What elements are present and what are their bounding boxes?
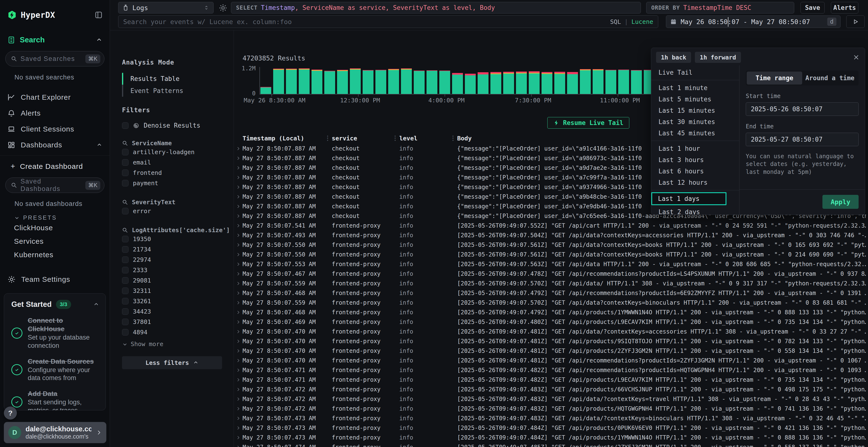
table-row[interactable]: May 27 8:50:07.468 AMfrontend-proxyinfo[… (234, 288, 868, 298)
table-row[interactable]: May 27 8:50:07.550 AMfrontend-proxyinfo[… (234, 240, 868, 250)
preset-dashboard-clickhouse[interactable]: ClickHouse (0, 221, 110, 235)
expand-row-icon[interactable] (236, 358, 241, 363)
table-row[interactable]: May 27 8:50:07.467 AMfrontend-proxyinfo[… (234, 269, 868, 279)
facet-value-checkbox[interactable]: frontend (122, 168, 226, 178)
sidebar-item-search[interactable]: Search (0, 36, 110, 44)
checkbox[interactable] (122, 267, 128, 273)
facet-value-checkbox[interactable]: email (122, 158, 226, 167)
expand-row-icon[interactable] (236, 271, 241, 276)
mode-results-table[interactable]: Results Table (130, 73, 183, 85)
less-filters-button[interactable]: Less filters (122, 356, 222, 369)
checkbox[interactable] (122, 208, 128, 214)
facet-value-checkbox[interactable]: 34423 (122, 307, 226, 316)
expand-row-icon[interactable] (236, 223, 241, 228)
apply-button[interactable]: Apply (823, 195, 859, 209)
expand-row-icon[interactable] (236, 194, 241, 199)
facet-search-header[interactable]: LogAttributes['cache.size'] (122, 227, 226, 234)
time-preset-last-1-minute[interactable]: Last 1 minute (651, 82, 739, 94)
expand-row-icon[interactable] (236, 291, 241, 296)
get-started-header[interactable]: Get Started 3/3 (11, 300, 99, 309)
facet-value-checkbox[interactable]: artillery-loadgen (122, 147, 226, 157)
checkbox[interactable] (122, 236, 128, 242)
create-dashboard-button[interactable]: + Create Dashboard (0, 156, 110, 171)
facet-value-checkbox[interactable]: 22974 (122, 255, 226, 265)
time-preset-last-3-hours[interactable]: Last 3 hours (651, 154, 739, 166)
expand-row-icon[interactable] (236, 368, 241, 373)
table-row[interactable]: May 27 8:50:07.541 AMfrontend-proxyinfo[… (234, 221, 868, 231)
preset-dashboard-services[interactable]: Services (0, 235, 110, 248)
source-select[interactable]: Logs (118, 2, 214, 13)
table-row[interactable]: May 27 8:50:07.559 AMfrontend-proxyinfo[… (234, 298, 868, 308)
table-row[interactable]: May 27 8:50:07.493 AMfrontend-proxyinfo[… (234, 231, 868, 240)
facet-search-header[interactable]: ServiceName (122, 140, 226, 147)
chevron-up-icon[interactable] (93, 301, 99, 308)
get-started-item[interactable]: Add DataStart sending logs, metrics, or … (11, 389, 99, 410)
lucene-toggle[interactable]: Lucene (631, 18, 653, 25)
expand-row-icon[interactable] (236, 348, 241, 353)
alerts-button[interactable]: Alerts (831, 2, 858, 13)
user-menu[interactable]: D dale@clickhouse.com dale@clickhouse.co… (4, 422, 106, 443)
expand-row-icon[interactable] (236, 146, 241, 151)
close-icon[interactable] (852, 54, 860, 61)
get-started-item[interactable]: Create Data SourcesConfigure where your … (11, 357, 99, 382)
help-button[interactable]: ? (4, 407, 17, 419)
checkbox[interactable] (122, 256, 128, 263)
facet-search-header[interactable]: SeverityText (122, 199, 226, 206)
expand-row-icon[interactable] (236, 397, 241, 402)
checkbox[interactable] (122, 180, 128, 186)
checkbox[interactable] (122, 159, 128, 166)
saved-dashboards-input[interactable]: Saved Dashboards ⌘K (5, 177, 104, 193)
facet-value-checkbox[interactable]: 32311 (122, 286, 226, 296)
preset-dashboard-kubernetes[interactable]: Kubernetes (0, 248, 110, 262)
expand-row-icon[interactable] (236, 319, 241, 324)
facet-value-checkbox[interactable]: 33261 (122, 296, 226, 306)
facet-value-checkbox[interactable]: 29081 (122, 276, 226, 285)
collapse-sidebar-icon[interactable] (94, 10, 103, 19)
checkbox[interactable] (122, 308, 128, 315)
table-row[interactable]: May 27 8:50:07.470 AMfrontend-proxyinfo[… (234, 346, 868, 356)
time-preset-last-15-minutes[interactable]: Last 15 minutes (651, 105, 739, 116)
expand-row-icon[interactable] (236, 377, 241, 382)
table-row[interactable]: May 27 8:50:07.472 AMfrontend-proxyinfo[… (234, 394, 868, 404)
time-preset-last-12-hours[interactable]: Last 12 hours (651, 177, 739, 188)
save-button[interactable]: Save (801, 2, 825, 13)
expand-row-icon[interactable] (236, 233, 241, 238)
expand-row-icon[interactable] (236, 185, 241, 190)
date-range-input[interactable]: May 26 08:50:07 - May 27 08:50:07 d (666, 15, 840, 28)
column-header-service[interactable]: service (332, 135, 357, 142)
table-row[interactable]: May 27 8:50:07.468 AMfrontend-proxyinfo[… (234, 308, 868, 317)
checkbox[interactable] (122, 319, 128, 325)
expand-row-icon[interactable] (236, 329, 241, 334)
facet-value-checkbox[interactable]: error (122, 206, 226, 216)
expand-row-icon[interactable] (236, 166, 241, 170)
facet-value-checkbox[interactable]: 4894 (122, 327, 226, 337)
checkbox[interactable] (122, 277, 128, 284)
shift-1h-back-button[interactable]: 1h back (656, 52, 691, 63)
column-header-body[interactable]: Body (457, 135, 472, 142)
end-time-input[interactable]: 2025-05-27 08:50:07 (746, 133, 859, 146)
table-row[interactable]: May 27 8:50:07.472 AMfrontend-proxyinfo[… (234, 385, 868, 394)
order-by-input[interactable]: ORDER BY TimestampTime DESC (646, 2, 794, 13)
shift-1h-forward-button[interactable]: 1h forward (695, 52, 741, 63)
expand-row-icon[interactable] (236, 425, 241, 431)
table-row[interactable]: May 27 8:50:07.471 AMfrontend-proxyinfo[… (234, 375, 868, 385)
search-input[interactable]: Search your events w/ Lucene ex. column:… (118, 15, 658, 28)
checkbox[interactable] (122, 122, 128, 129)
facet-value-checkbox[interactable]: 19350 (122, 234, 226, 244)
table-row[interactable]: May 27 8:50:07.473 AMfrontend-proxyinfo[… (234, 433, 868, 443)
expand-row-icon[interactable] (236, 252, 241, 257)
time-preset-live-tail[interactable]: Live Tail (651, 67, 739, 78)
column-resize-handle[interactable]: ⋮ (450, 134, 456, 142)
denoise-results-checkbox[interactable]: Denoise Results (122, 122, 226, 129)
table-row[interactable]: May 27 8:50:07.550 AMfrontend-proxyinfo[… (234, 250, 868, 260)
expand-row-icon[interactable] (236, 416, 241, 421)
expand-row-icon[interactable] (236, 156, 241, 161)
checkbox[interactable] (122, 170, 128, 176)
column-resize-handle[interactable]: ⋮ (324, 134, 331, 142)
start-time-input[interactable]: 2025-05-26 08:50:07 (746, 102, 859, 116)
expand-row-icon[interactable] (236, 310, 241, 315)
expand-row-icon[interactable] (236, 175, 241, 180)
checkbox[interactable] (122, 287, 128, 294)
time-preset-last-45-minutes[interactable]: Last 45 minutes (651, 128, 739, 139)
table-row[interactable]: May 27 8:50:07.473 AMfrontend-proxyinfo[… (234, 423, 868, 433)
